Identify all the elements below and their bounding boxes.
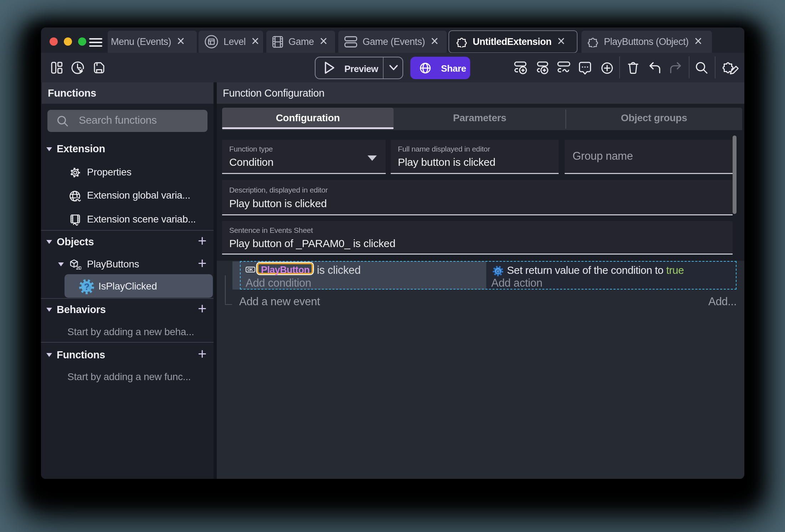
svg-text:?: ? xyxy=(84,281,90,292)
svg-text:OK: OK xyxy=(247,267,253,272)
svg-text:G: G xyxy=(496,268,500,274)
svg-text:2D: 2D xyxy=(76,266,81,270)
